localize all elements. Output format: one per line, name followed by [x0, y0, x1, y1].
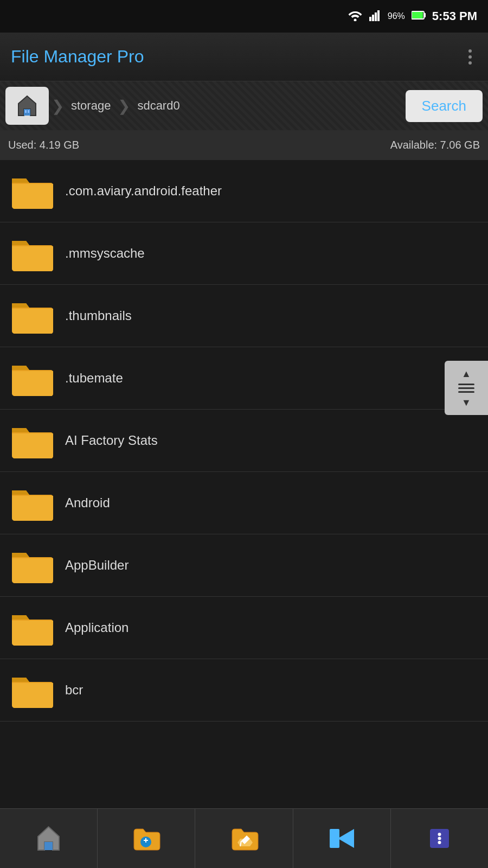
nav-add-folder-icon — [131, 824, 161, 853]
folder-icon — [11, 359, 54, 397]
svg-marker-16 — [338, 829, 354, 848]
folder-icon — [11, 172, 54, 210]
file-name: .tubemate — [65, 371, 123, 386]
file-list: .com.aviary.android.feather .mmsyscache … — [0, 160, 488, 722]
svg-rect-2 — [372, 15, 374, 21]
nav-edit-icon — [229, 824, 259, 853]
folder-icon — [11, 546, 54, 584]
svg-rect-11 — [44, 842, 53, 850]
svg-rect-1 — [369, 17, 371, 21]
file-item[interactable]: .mmsyscache — [0, 222, 488, 285]
battery-icon — [412, 10, 426, 23]
folder-icon — [11, 671, 54, 709]
svg-rect-17 — [330, 829, 339, 848]
signal-icon — [369, 9, 381, 24]
svg-rect-6 — [424, 13, 426, 17]
file-name: AppBuilder — [65, 558, 129, 573]
main-content: ▲ ▼ .com.aviary.android.feather .mmsysca… — [0, 160, 488, 808]
svg-point-19 — [438, 833, 441, 836]
chevron-icon-2: ❯ — [115, 97, 133, 115]
folder-icon — [11, 484, 54, 522]
scroll-down-icon[interactable]: ▼ — [461, 398, 471, 407]
file-item[interactable]: .com.aviary.android.feather — [0, 160, 488, 222]
svg-rect-10 — [28, 110, 29, 113]
search-button[interactable]: Search — [406, 90, 483, 122]
file-item[interactable]: .tubemate — [0, 347, 488, 410]
nav-home-icon — [34, 824, 63, 853]
svg-rect-3 — [375, 12, 377, 21]
file-item[interactable]: AppBuilder — [0, 534, 488, 597]
chevron-icon-1: ❯ — [49, 97, 67, 115]
file-item[interactable]: Android — [0, 472, 488, 534]
app-header: File Manager Pro — [0, 33, 488, 81]
file-item[interactable]: Application — [0, 597, 488, 659]
scroll-up-icon[interactable]: ▲ — [461, 369, 471, 379]
file-name: Android — [65, 495, 110, 510]
nav-home[interactable] — [0, 809, 98, 868]
nav-back-icon — [327, 824, 357, 853]
folder-icon — [11, 609, 54, 647]
home-button[interactable] — [5, 87, 49, 125]
breadcrumb: ❯ storage ❯ sdcard0 Search — [0, 81, 488, 130]
bottom-nav — [0, 808, 488, 868]
menu-dot — [468, 61, 472, 65]
storage-used: Used: 4.19 GB — [8, 139, 79, 151]
svg-rect-14 — [145, 838, 146, 843]
storage-available: Available: 7.06 GB — [390, 139, 480, 151]
breadcrumb-sdcard[interactable]: sdcard0 — [133, 99, 184, 113]
file-name: .mmsyscache — [65, 246, 145, 261]
nav-add-folder[interactable] — [98, 809, 195, 868]
app-title: File Manager Pro — [11, 47, 144, 67]
file-name: .thumbnails — [65, 308, 132, 323]
battery-percent: 96% — [388, 11, 405, 21]
folder-icon — [11, 422, 54, 459]
file-name: .com.aviary.android.feather — [65, 183, 222, 199]
storage-info: Used: 4.19 GB Available: 7.06 GB — [0, 130, 488, 160]
file-item[interactable]: bcr — [0, 659, 488, 722]
status-time: 5:53 PM — [432, 9, 477, 23]
folder-icon — [11, 234, 54, 272]
menu-dot — [468, 55, 472, 59]
home-icon — [14, 93, 40, 119]
svg-rect-9 — [25, 110, 27, 113]
menu-dot — [468, 49, 472, 53]
wifi-icon — [348, 9, 363, 24]
svg-point-21 — [438, 841, 441, 844]
svg-point-0 — [354, 18, 356, 21]
file-name: Application — [65, 620, 129, 635]
scroll-handle — [458, 384, 474, 393]
status-bar: 96% 5:53 PM — [0, 0, 488, 33]
file-item[interactable]: AI Factory Stats — [0, 410, 488, 472]
svg-point-20 — [438, 837, 441, 840]
nav-edit[interactable] — [195, 809, 293, 868]
nav-more-icon — [425, 824, 454, 853]
file-name: AI Factory Stats — [65, 433, 158, 448]
nav-more[interactable] — [391, 809, 488, 868]
file-name: bcr — [65, 682, 83, 698]
breadcrumb-storage[interactable]: storage — [67, 99, 115, 113]
file-item[interactable]: .thumbnails — [0, 285, 488, 347]
folder-icon — [11, 297, 54, 335]
menu-button[interactable] — [463, 44, 477, 70]
svg-rect-7 — [412, 12, 423, 18]
svg-rect-4 — [377, 10, 380, 21]
nav-back[interactable] — [293, 809, 391, 868]
scroll-control[interactable]: ▲ ▼ — [445, 361, 488, 415]
svg-rect-8 — [24, 109, 30, 116]
